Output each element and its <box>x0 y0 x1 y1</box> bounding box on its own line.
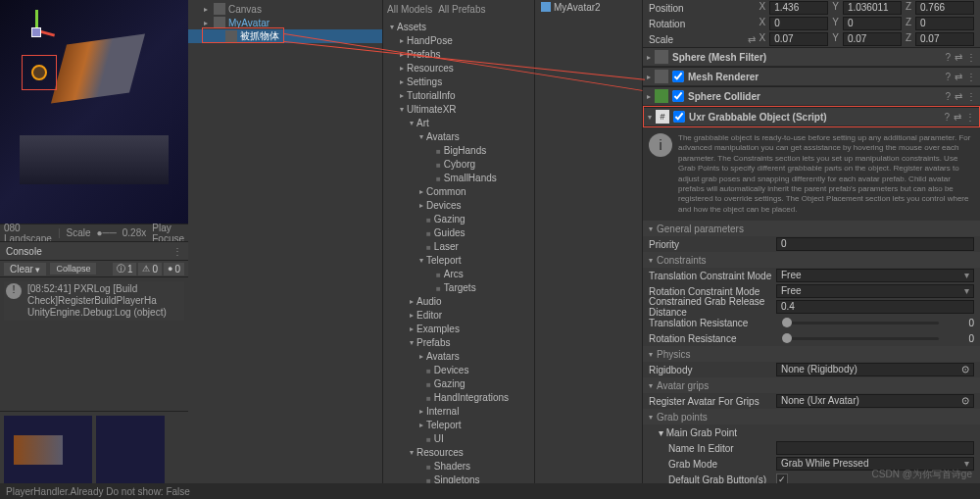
avatar-grips-section[interactable]: ▾Avatar grips <box>643 377 980 393</box>
position-x-field[interactable]: 1.436 <box>769 1 828 15</box>
status-bar: PlayerHandler.Already Do not show: False <box>0 483 980 499</box>
preset-icon[interactable]: ⇄ <box>955 52 962 63</box>
hierarchy-panel: ▸Canvas▸MyAvatar被抓物体 <box>188 0 382 499</box>
grab-points-section[interactable]: ▾Grab points <box>643 409 980 424</box>
project-folder[interactable]: Audio <box>383 294 534 308</box>
uxr-grabbable-component[interactable]: ▾# Uxr Grabbable Object (Script) ?⇄⋮ <box>644 107 979 126</box>
hierarchy-item[interactable]: ▸Canvas <box>188 2 382 16</box>
project-folder[interactable]: Devices <box>383 198 534 212</box>
project-folder[interactable]: Settings <box>383 75 534 88</box>
mesh-filter-component[interactable]: ▸ Sphere (Mesh Filter) ?⇄⋮ <box>643 47 980 67</box>
project-folder[interactable]: Teleport <box>383 253 534 267</box>
project-folder[interactable]: TutorialInfo <box>383 88 534 102</box>
project-folder[interactable]: Cyborg <box>383 157 534 171</box>
project-folder[interactable]: Editor <box>383 308 534 322</box>
constraints-section[interactable]: ▾Constraints <box>643 252 980 268</box>
rotation-label: Rotation <box>649 19 760 29</box>
project-folder[interactable]: Guides <box>383 225 534 239</box>
menu-icon[interactable]: ⋮ <box>965 112 975 123</box>
rotation-z-field[interactable]: 0 <box>915 17 974 30</box>
component-enabled-checkbox[interactable] <box>672 90 684 102</box>
menu-icon[interactable]: ⋮ <box>966 72 976 82</box>
help-icon[interactable]: ? <box>945 52 951 63</box>
project-folder[interactable]: Common <box>383 184 534 198</box>
console-tab[interactable]: Console <box>6 246 42 257</box>
project-folder[interactable]: Avatars <box>383 349 534 363</box>
project-folder[interactable]: Avatars <box>383 129 534 143</box>
rigidbody-field[interactable]: None (Rigidbody)⊙ <box>776 363 974 376</box>
annotation-box <box>202 27 284 43</box>
project-folder[interactable]: Devices <box>383 363 534 376</box>
project-folder[interactable]: Arcs <box>383 267 534 280</box>
project-folder[interactable]: Examples <box>383 322 534 335</box>
rot-resist-slider[interactable] <box>782 337 939 340</box>
project-folder[interactable]: Shaders <box>383 459 534 473</box>
project-folder[interactable]: Assets <box>383 20 534 33</box>
selection-handle[interactable] <box>31 65 47 80</box>
main-grab-point[interactable]: ▾ Main Grab Point <box>649 427 737 438</box>
warn-count-badge[interactable]: ⚠ 0 <box>138 263 162 275</box>
priority-field[interactable]: 0 <box>776 237 974 251</box>
scale-lock-icon[interactable]: ⇄ <box>748 34 756 45</box>
project-folder[interactable]: Gazing <box>383 376 534 390</box>
help-icon[interactable]: ? <box>945 91 951 102</box>
prefab-item[interactable]: MyAvatar2 <box>535 0 642 14</box>
component-enabled-checkbox[interactable] <box>673 111 685 123</box>
project-folder[interactable]: SmallHands <box>383 171 534 184</box>
project-folder[interactable]: HandIntegrations <box>383 390 534 404</box>
project-folder[interactable]: Art <box>383 116 534 129</box>
scene-viewport[interactable] <box>0 0 188 224</box>
collider-icon <box>655 89 668 103</box>
error-count-badge[interactable]: ● 0 <box>164 263 184 275</box>
scale-z-field[interactable]: 0.07 <box>915 32 974 46</box>
release-dist-field[interactable]: 0.4 <box>776 300 974 314</box>
scale-x-field[interactable]: 0.07 <box>769 32 828 46</box>
component-enabled-checkbox[interactable] <box>672 71 684 82</box>
reg-avatar-field[interactable]: None (Uxr Avatar)⊙ <box>776 394 974 408</box>
project-folder[interactable]: BigHands <box>383 143 534 157</box>
project-folder[interactable]: Laser <box>383 239 534 253</box>
project-folder[interactable]: HandPose <box>383 33 534 47</box>
help-icon[interactable]: ? <box>944 112 950 123</box>
menu-icon[interactable]: ⋮ <box>966 91 976 102</box>
menu-icon[interactable]: ⋮ <box>966 52 976 63</box>
physics-section[interactable]: ▾Physics <box>643 346 980 362</box>
panel-menu-icon[interactable]: ⋮ <box>172 246 182 257</box>
trans-resist-slider[interactable] <box>782 322 939 324</box>
mesh-filter-icon <box>655 50 668 64</box>
all-models-filter[interactable]: All Models <box>387 4 432 15</box>
rot-constraint-dropdown[interactable]: Free <box>776 284 974 298</box>
transform-gizmo[interactable] <box>18 10 57 49</box>
project-folder[interactable]: Targets <box>383 280 534 294</box>
position-z-field[interactable]: 0.766 <box>915 1 974 15</box>
preset-icon[interactable]: ⇄ <box>954 112 961 123</box>
info-icon: ! <box>6 283 22 299</box>
all-prefabs-filter[interactable]: All Prefabs <box>438 4 485 15</box>
rotation-y-field[interactable]: 0 <box>843 17 902 30</box>
general-section[interactable]: ▾General parameters <box>643 221 980 236</box>
clear-button[interactable]: Clear ▾ <box>4 263 46 275</box>
watermark: CSDN @为你写首诗ge <box>872 468 972 481</box>
scale-y-field[interactable]: 0.07 <box>843 32 902 46</box>
trans-constraint-dropdown[interactable]: Free <box>776 269 974 282</box>
project-folder[interactable]: UI <box>383 431 534 445</box>
help-icon[interactable]: ? <box>945 72 951 82</box>
project-folder[interactable]: Gazing <box>383 212 534 225</box>
project-folder[interactable]: Teleport <box>383 418 534 431</box>
project-folder[interactable]: Resources <box>383 61 534 75</box>
collapse-button[interactable]: Collapse <box>50 263 96 274</box>
sphere-collider-component[interactable]: ▸ Sphere Collider ?⇄⋮ <box>643 86 980 106</box>
scene-3d-view[interactable] <box>0 0 188 224</box>
project-folder[interactable]: UltimateXR <box>383 102 534 116</box>
console-message[interactable]: ! [08:52:41] PXRLog [Build Check]Registe… <box>4 281 184 321</box>
position-y-field[interactable]: 1.036011 <box>843 1 902 15</box>
preset-icon[interactable]: ⇄ <box>955 72 962 82</box>
project-folder[interactable]: Resources <box>383 445 534 459</box>
rotation-x-field[interactable]: 0 <box>769 17 828 30</box>
info-count-badge[interactable]: ⓘ 1 <box>113 263 137 275</box>
preset-icon[interactable]: ⇄ <box>955 91 962 102</box>
project-folder[interactable]: Internal <box>383 404 534 418</box>
mesh-renderer-component[interactable]: ▸ Mesh Renderer ?⇄⋮ <box>643 67 980 86</box>
project-folder[interactable]: Prefabs <box>383 335 534 349</box>
name-editor-field[interactable] <box>776 441 974 455</box>
